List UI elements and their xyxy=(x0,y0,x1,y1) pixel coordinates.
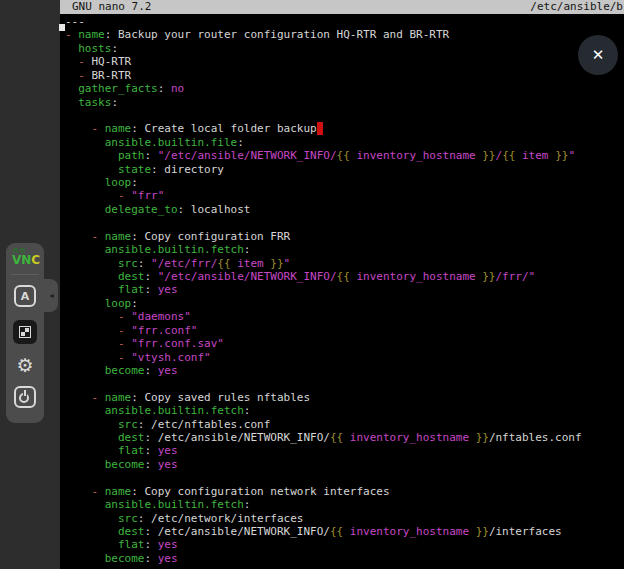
code-line: gather_facts: no xyxy=(65,82,624,95)
code-line: tasks: xyxy=(65,96,624,109)
collapse-arrow-icon: ◄ xyxy=(48,292,55,299)
gear-icon: ⚙ xyxy=(16,356,33,375)
code-line: ansible.builtin.file: xyxy=(65,136,624,149)
close-overlay-button[interactable]: ✕ xyxy=(578,35,618,75)
code-line: delegate_to: localhost xyxy=(65,203,624,216)
code-line xyxy=(65,471,624,484)
code-line: loop: xyxy=(65,176,624,189)
desktop-background: no VNC A ⚙ ◄ GNU nano 7.2 /etc/an xyxy=(0,0,624,569)
code-line: - HQ-RTR xyxy=(65,55,624,68)
code-line: src: "/etc/frr/{{ item }}" xyxy=(65,257,624,270)
code-line: ansible.builtin.fetch: xyxy=(65,498,624,511)
code-line: - name: Create local folder backup xyxy=(65,122,624,135)
mouse-cursor xyxy=(59,24,65,31)
code-line: become: yes xyxy=(65,458,624,471)
code-line: hosts: xyxy=(65,42,624,55)
code-line: - "vtysh.conf" xyxy=(65,351,624,364)
code-line: src: /etc/network/interfaces xyxy=(65,512,624,525)
code-line: - "daemons" xyxy=(65,310,624,323)
code-line: flat: yes xyxy=(65,444,624,457)
keyboard-a-icon: A xyxy=(21,290,30,303)
toolbar-divider xyxy=(11,274,39,275)
code-line: dest: /etc/ansible/NETWORK_INFO/{{ inven… xyxy=(65,525,624,538)
file-path-label: /etc/ansible/b xyxy=(530,0,623,14)
novnc-logo: no VNC xyxy=(12,247,38,269)
code-line xyxy=(65,109,624,122)
code-line: loop: xyxy=(65,297,624,310)
code-line xyxy=(65,377,624,390)
power-icon xyxy=(18,390,32,404)
fullscreen-corner-icon xyxy=(25,328,29,332)
extra-keys-button[interactable]: A xyxy=(14,285,36,307)
code-line: - BR-RTR xyxy=(65,69,624,82)
novnc-toolbar: no VNC A ⚙ xyxy=(6,243,44,423)
code-line: state: directory xyxy=(65,163,624,176)
code-line xyxy=(65,216,624,229)
code-line: - "frr.conf" xyxy=(65,324,624,337)
nano-titlebar: GNU nano 7.2 /etc/ansible/b xyxy=(60,0,624,14)
fullscreen-button[interactable] xyxy=(13,320,37,344)
code-line: - "frr" xyxy=(65,189,624,202)
editor-content[interactable]: ---- name: Backup your router configurat… xyxy=(60,15,624,569)
code-line: - name: Copy saved rules nftables xyxy=(65,391,624,404)
fullscreen-icon xyxy=(19,326,31,338)
code-line: src: /etc/nftables.conf xyxy=(65,418,624,431)
code-line: ansible.builtin.fetch: xyxy=(65,243,624,256)
code-line: become: yes xyxy=(65,552,624,565)
code-line: - name: Backup your router configuration… xyxy=(65,28,624,41)
code-line: - name: Copy configuration FRR xyxy=(65,230,624,243)
code-line: path: "/etc/ansible/NETWORK_INFO/{{ inve… xyxy=(65,149,624,162)
fullscreen-corner-icon xyxy=(21,332,25,336)
close-icon: ✕ xyxy=(592,48,605,63)
code-line: ansible.builtin.fetch: xyxy=(65,404,624,417)
code-line: flat: yes xyxy=(65,538,624,551)
terminal-window[interactable]: GNU nano 7.2 /etc/ansible/b ---- name: B… xyxy=(60,0,624,569)
nano-version-label: GNU nano 7.2 xyxy=(72,0,151,14)
code-line: become: yes xyxy=(65,364,624,377)
settings-button[interactable]: ⚙ xyxy=(14,354,36,376)
code-line: dest: /etc/ansible/NETWORK_INFO/{{ inven… xyxy=(65,431,624,444)
code-line: --- xyxy=(65,15,624,28)
code-line: flat: yes xyxy=(65,283,624,296)
novnc-logo-vnc: VNC xyxy=(12,254,38,266)
power-button[interactable] xyxy=(14,386,36,408)
code-line: - name: Copy configuration network inter… xyxy=(65,485,624,498)
code-line: dest: "/etc/ansible/NETWORK_INFO/{{ inve… xyxy=(65,270,624,283)
code-line: - "frr.conf.sav" xyxy=(65,337,624,350)
power-bar-icon xyxy=(24,390,26,396)
